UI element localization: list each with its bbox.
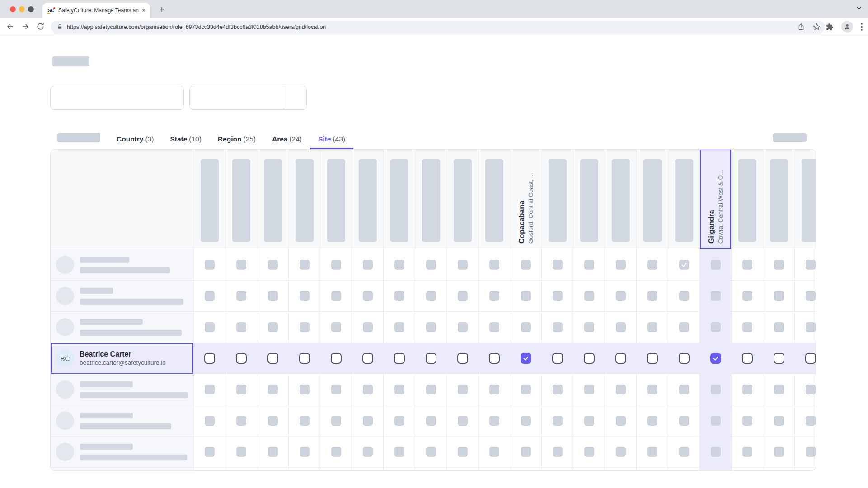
skeleton-checkbox bbox=[742, 416, 752, 426]
filter-dropdown[interactable] bbox=[189, 86, 307, 110]
location-checkbox[interactable] bbox=[362, 353, 373, 364]
location-checkbox[interactable] bbox=[236, 353, 247, 364]
user-name-cell[interactable]: BCBeatrice Carterbeatrice.carter@safetyc… bbox=[51, 343, 193, 374]
skeleton-checkbox bbox=[742, 291, 752, 301]
grid-cell bbox=[383, 249, 415, 280]
window-close-button[interactable] bbox=[10, 6, 16, 12]
column-header-skeleton bbox=[383, 150, 415, 249]
site-region: Cowra, Central West & O... bbox=[716, 170, 725, 244]
skeleton-checkbox bbox=[236, 385, 246, 394]
grid-cell bbox=[383, 343, 415, 374]
tab-site[interactable]: Site(43) bbox=[310, 130, 353, 150]
grid-cell bbox=[636, 405, 668, 436]
location-checkbox[interactable] bbox=[679, 353, 690, 364]
skeleton-checkbox bbox=[711, 291, 721, 301]
site-name: Copacabana bbox=[517, 173, 526, 244]
profile-avatar-icon[interactable] bbox=[841, 21, 853, 33]
search-input[interactable] bbox=[50, 86, 184, 110]
skeleton-row bbox=[51, 467, 816, 471]
skeleton-avatar bbox=[56, 256, 74, 274]
skeleton-name-cell bbox=[51, 374, 193, 405]
share-icon[interactable] bbox=[798, 23, 805, 31]
skeleton-checkbox bbox=[331, 291, 341, 301]
grid-cell bbox=[415, 405, 446, 436]
window-zoom-button[interactable] bbox=[28, 6, 34, 12]
tab-area[interactable]: Area(24) bbox=[264, 130, 310, 150]
skeleton-checkbox bbox=[647, 385, 657, 394]
address-bar[interactable]: https://app.safetyculture.com/organisati… bbox=[51, 21, 825, 33]
location-checkbox[interactable] bbox=[584, 353, 595, 364]
location-checkbox[interactable] bbox=[394, 353, 405, 364]
location-checkbox[interactable] bbox=[742, 353, 753, 364]
skeleton-checkbox bbox=[236, 260, 246, 270]
skeleton-checkbox bbox=[268, 416, 278, 426]
grid-cell bbox=[193, 249, 225, 280]
header-skeleton-bar bbox=[232, 159, 250, 242]
location-checkbox[interactable] bbox=[299, 353, 310, 364]
bookmark-star-icon[interactable] bbox=[813, 23, 821, 31]
grid-cell bbox=[510, 281, 541, 311]
tab-region[interactable]: Region(25) bbox=[210, 130, 264, 150]
location-checkbox[interactable] bbox=[267, 353, 278, 364]
header-skeleton-bar bbox=[485, 159, 503, 242]
grid-cell bbox=[731, 436, 763, 467]
location-checkbox[interactable] bbox=[331, 353, 342, 364]
tab-state[interactable]: State(10) bbox=[162, 130, 209, 150]
location-checkbox[interactable] bbox=[805, 353, 816, 364]
location-checkbox-checked[interactable] bbox=[710, 353, 721, 364]
forward-icon[interactable] bbox=[21, 22, 30, 31]
grid-cell bbox=[352, 249, 383, 280]
grid-cell bbox=[794, 374, 816, 405]
skeleton-checkbox bbox=[774, 416, 784, 426]
grid-cell bbox=[193, 312, 225, 343]
grid-cell bbox=[794, 436, 816, 467]
skeleton-checkbox bbox=[584, 385, 594, 394]
location-checkbox[interactable] bbox=[552, 353, 563, 364]
column-header-skeleton bbox=[352, 150, 383, 249]
window-minimize-button[interactable] bbox=[19, 6, 25, 12]
location-checkbox[interactable] bbox=[615, 353, 626, 364]
grid-cell bbox=[699, 436, 731, 467]
browser-menu-dots-icon[interactable] bbox=[861, 23, 863, 31]
grid-cell bbox=[668, 312, 699, 343]
location-checkbox[interactable] bbox=[647, 353, 658, 364]
tab-country[interactable]: Country(3) bbox=[108, 130, 162, 150]
column-header-gilgandra[interactable]: GilgandraCowra, Central West & O... bbox=[699, 150, 731, 249]
skeleton-checkbox bbox=[331, 260, 341, 270]
column-header-skeleton bbox=[225, 150, 257, 249]
new-tab-button[interactable]: + bbox=[155, 4, 168, 16]
grid-cell bbox=[636, 249, 668, 280]
skeleton-checkbox bbox=[774, 260, 784, 270]
grid-cell bbox=[352, 343, 383, 374]
skeleton-checkbox bbox=[426, 291, 436, 301]
safetyculture-favicon: SC bbox=[47, 7, 55, 14]
header-skeleton-bar bbox=[802, 159, 816, 242]
reload-icon[interactable] bbox=[36, 22, 45, 31]
grid-cell bbox=[699, 374, 731, 405]
skeleton-text-bar bbox=[80, 423, 171, 429]
grid-cell bbox=[794, 405, 816, 436]
grid-cell bbox=[288, 249, 320, 280]
skeleton-row bbox=[51, 249, 816, 280]
column-header-copacabana[interactable]: CopacabanaGosford, Central Coast, ... bbox=[510, 150, 541, 249]
user-row: BCBeatrice Carterbeatrice.carter@safetyc… bbox=[51, 343, 816, 374]
skeleton-checkbox bbox=[489, 385, 499, 394]
grid-cell bbox=[636, 312, 668, 343]
grid-cell bbox=[446, 312, 478, 343]
skeleton-checkbox bbox=[742, 260, 752, 270]
location-checkbox[interactable] bbox=[489, 353, 500, 364]
column-header-skeleton bbox=[288, 150, 320, 249]
browser-tab[interactable]: SC SafetyCulture: Manage Teams and ... × bbox=[42, 3, 150, 18]
location-checkbox[interactable] bbox=[457, 353, 468, 364]
grid-cell bbox=[415, 312, 446, 343]
tab-close-icon[interactable]: × bbox=[142, 7, 145, 14]
back-icon[interactable] bbox=[6, 22, 15, 31]
tab-search-chevron-icon[interactable] bbox=[855, 5, 863, 12]
location-checkbox-checked[interactable] bbox=[521, 353, 531, 364]
extensions-puzzle-icon[interactable] bbox=[825, 23, 834, 31]
location-checkbox[interactable] bbox=[204, 353, 215, 364]
location-checkbox[interactable] bbox=[426, 353, 436, 364]
grid-cell bbox=[510, 249, 541, 280]
location-checkbox[interactable] bbox=[774, 353, 784, 364]
grid-cell bbox=[573, 343, 605, 374]
